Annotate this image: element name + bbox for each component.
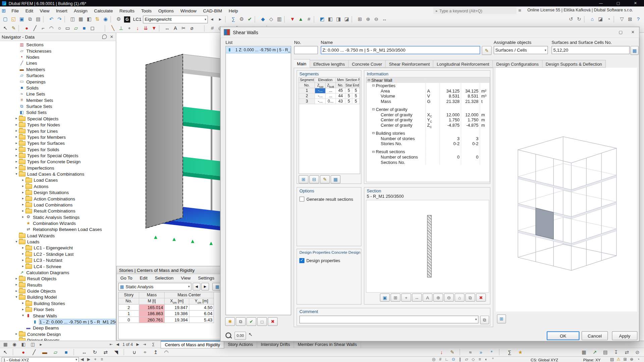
segment-table-icon[interactable]: ▦ (331, 175, 340, 183)
menu-item[interactable]: Calculate (91, 7, 116, 15)
tree-expander-icon[interactable] (14, 172, 19, 176)
scale-icon[interactable]: ◥ (112, 349, 120, 356)
tree-item[interactable]: Members (0, 66, 116, 72)
rotate-icon[interactable]: ↻ (91, 349, 99, 356)
fillet-icon[interactable]: ◠ (162, 349, 170, 356)
tree-item[interactable]: Member Sets (0, 97, 116, 103)
menu-item[interactable]: View (37, 7, 53, 15)
pan-view-icon[interactable]: ↔ (380, 16, 388, 23)
edit-solid-icon[interactable]: ■ (62, 349, 70, 356)
zoom-window-icon[interactable]: ⊞ (356, 16, 364, 23)
expander-icon[interactable]: ⊟ (371, 149, 376, 154)
separator[interactable] (43, 16, 47, 23)
viewpoint-list-icon[interactable]: ≡ (99, 357, 105, 361)
expander-icon[interactable] (366, 136, 371, 141)
combinations-icon[interactable]: ∑ (505, 349, 514, 356)
isometric-view-icon[interactable]: ◩ (318, 16, 326, 23)
tree-expander-icon[interactable] (14, 141, 19, 145)
select-arrow-icon[interactable]: ↖ (1, 24, 9, 32)
visibility-mode-icon[interactable]: ◔ (604, 16, 612, 23)
support-tool-icon[interactable]: ⊥ (117, 24, 125, 32)
edit-line-icon[interactable]: ╱ (30, 349, 38, 356)
generate-result-sections-checkbox[interactable] (300, 197, 305, 202)
imperfection-icon[interactable]: ≈ (466, 349, 474, 356)
mirror-icon[interactable]: ⇄ (101, 349, 109, 356)
tree-item[interactable]: Openings (0, 78, 116, 84)
dialog-tab[interactable]: Shear Reinforcement (386, 60, 433, 68)
next-page-icon[interactable]: ▶ (135, 342, 141, 346)
menu-item[interactable]: Results (116, 7, 138, 15)
section-print-icon[interactable]: ⧉ (465, 294, 475, 302)
stories-menu-item[interactable]: Go To (117, 276, 136, 281)
line-tool-icon[interactable]: ╱ (31, 24, 39, 32)
hinge-tool-icon[interactable]: ∘ (125, 24, 133, 32)
menu-item[interactable]: Window (177, 7, 200, 15)
camera-icon[interactable]: ◫ (31, 342, 35, 347)
section-grid-icon[interactable]: ⊞ (390, 294, 400, 302)
rename-button[interactable]: ✎ (482, 46, 491, 55)
redo-icon[interactable]: ↷ (55, 16, 63, 23)
surface-load-icon[interactable]: ▼ (150, 24, 158, 32)
grid-icon[interactable]: # (208, 24, 216, 32)
segment-start-cell[interactable]: 5 (345, 94, 353, 99)
tree-expander-icon[interactable] (20, 190, 25, 194)
tree-expander-icon[interactable] (20, 246, 25, 249)
information-row[interactable]: Mass G 21.328 21.328 t (366, 99, 489, 104)
tree-item[interactable]: Combination Wizards (0, 220, 116, 226)
wall-list[interactable]: 1 Z: 0.000 ... -9.750 m | 5 - R_M1 25 (225, 46, 291, 315)
no-field[interactable] (294, 46, 318, 54)
messages-icon[interactable]: ▤ (609, 357, 615, 361)
separator[interactable] (352, 16, 355, 23)
expander-icon[interactable] (366, 99, 371, 104)
previous-view-icon[interactable]: ↺ (567, 16, 575, 23)
polyline-tool-icon[interactable]: ⌐ (39, 24, 47, 32)
surface-tool-icon[interactable]: ▱ (72, 24, 80, 32)
first-page-icon[interactable]: ⇤ (108, 342, 114, 346)
dialog-tab[interactable]: Longitudinal Reinforcement (433, 60, 493, 68)
tree-item[interactable]: 1 - Z: 0.000 ... -9.750 m | 5 - R_M1 250… (0, 318, 116, 324)
tree-item[interactable]: Types for Lines (0, 128, 116, 134)
dialog-maximize-button[interactable]: ▢ (614, 28, 627, 37)
section-cut-icon[interactable]: ✂ (179, 24, 187, 32)
help-icon[interactable]: ? (634, 16, 642, 23)
tree-expander-icon[interactable] (20, 264, 25, 268)
tree-item[interactable]: Shear Walls (0, 312, 116, 318)
segment-ztop-cell[interactable]: -... (315, 88, 326, 94)
information-row[interactable]: Center of gravity YC 1.750 1.750 m (366, 117, 489, 123)
view-y-icon[interactable]: ◨ (334, 16, 342, 23)
solid-tool-icon[interactable]: ■ (80, 24, 88, 32)
information-row[interactable]: Center of gravity XC 12.000 12.000 m (366, 112, 489, 117)
stories-menu-item[interactable]: Edit (136, 276, 151, 281)
segment-add-icon[interactable]: ⊞ (299, 175, 308, 183)
move-icon[interactable]: ↔ (80, 349, 88, 356)
zoom-level-icon[interactable]: ◔ (635, 357, 642, 361)
information-row[interactable]: ⊟ Shear Wall (366, 77, 489, 83)
expander-icon[interactable] (366, 123, 371, 128)
stories-menu-item[interactable]: View (177, 276, 194, 281)
separator[interactable] (204, 25, 208, 32)
information-row[interactable]: ⊟ Center of gravity (366, 107, 489, 112)
tree-expander-icon[interactable] (20, 307, 25, 311)
loads-display-icon[interactable]: ▼ (288, 16, 297, 23)
tree-item[interactable]: Loads (0, 238, 116, 244)
visibility-icon[interactable]: ◉ (12, 342, 16, 347)
menu-item[interactable]: Help (225, 7, 241, 15)
section-zoom-in-icon[interactable]: ⊕ (433, 294, 443, 302)
clipping-icon[interactable]: ◪ (596, 16, 604, 23)
pick-mode-icon[interactable]: ⊕ (628, 357, 635, 361)
tree-expander-icon[interactable] (20, 178, 25, 182)
previous-loadcase-icon[interactable]: ◂ (208, 16, 216, 23)
generate-result-sections-row[interactable]: Generate result sections (300, 197, 353, 202)
tree-item[interactable]: Result Objects (0, 276, 116, 282)
separator[interactable] (584, 16, 587, 23)
segment-row[interactable]: 1 -... ... 45 5 5 (299, 88, 360, 94)
expander-icon[interactable] (366, 112, 371, 117)
tree-expander-icon[interactable] (20, 203, 25, 206)
next-analysis-button[interactable]: ▶ (201, 283, 209, 290)
segment-member-cell[interactable]: 44 (336, 94, 345, 99)
separator[interactable] (159, 25, 162, 32)
guidelines-toggle-icon[interactable]: ∥ (457, 357, 464, 361)
section-dims-icon[interactable]: ↔ (412, 294, 422, 302)
renumber-icon[interactable]: ⇅ (93, 16, 101, 23)
tree-item[interactable]: Surface Sets (0, 103, 116, 109)
